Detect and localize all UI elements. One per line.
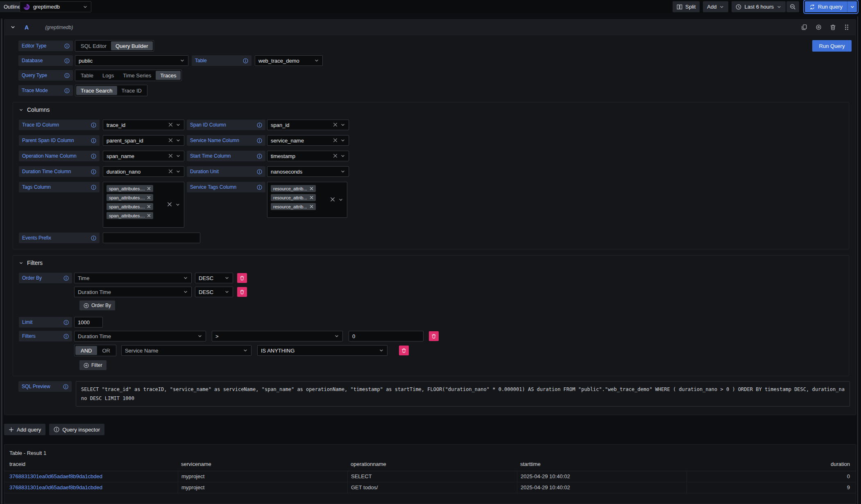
editor-type-option-sql-editor[interactable]: SQL Editor	[76, 41, 111, 50]
remove-filter-button[interactable]	[399, 346, 409, 355]
filter-field-select[interactable]: Service Name	[121, 345, 252, 356]
duration-unit-select[interactable]: nanoseconds	[267, 166, 349, 177]
info-icon[interactable]	[63, 276, 69, 281]
remove-filter-button[interactable]	[429, 331, 439, 341]
order-by-field-select[interactable]: Time	[74, 273, 192, 283]
info-icon[interactable]	[91, 138, 96, 143]
tag-chip[interactable]: span_attributes....	[106, 185, 153, 192]
filter-field-select[interactable]: Duration Time	[74, 331, 206, 341]
filter-value-input[interactable]	[349, 331, 424, 341]
zoom-out-time-button[interactable]	[786, 1, 799, 12]
run-query-button[interactable]: Run query	[805, 1, 847, 12]
service-tag-chip[interactable]: resource_attrib...	[271, 185, 316, 192]
run-query-inner-button[interactable]: Run Query	[812, 40, 852, 52]
add-order-by-button[interactable]: Order By	[79, 301, 115, 310]
info-icon[interactable]	[91, 154, 96, 159]
logic-option-and[interactable]: AND	[75, 346, 97, 355]
columns-section-header[interactable]: Columns	[19, 106, 843, 113]
query-type-option-logs[interactable]: Logs	[98, 71, 118, 80]
trace-mode-option-trace-search[interactable]: Trace Search	[76, 86, 117, 95]
clear-x-icon[interactable]	[168, 169, 173, 175]
left-scrollbar[interactable]	[1, 18, 2, 504]
parent-span-id-column-select[interactable]: parent_span_id	[103, 135, 184, 146]
remove-chip-x-icon[interactable]	[310, 196, 313, 199]
duration-time-column-select[interactable]: duration_nano	[103, 166, 184, 177]
info-icon[interactable]	[91, 122, 96, 128]
clear-x-icon[interactable]	[333, 138, 338, 144]
column-header-operationname[interactable]: operationname	[347, 461, 517, 471]
info-icon[interactable]	[243, 58, 248, 63]
remove-chip-x-icon[interactable]	[147, 196, 151, 199]
split-button[interactable]: Split	[673, 1, 700, 12]
info-icon[interactable]	[257, 185, 262, 190]
info-icon[interactable]	[63, 334, 69, 339]
filter-operator-select[interactable]: >	[212, 331, 343, 341]
drag-handle-icon[interactable]	[844, 24, 849, 30]
info-icon[interactable]	[64, 58, 70, 63]
query-type-option-time-series[interactable]: Time Series	[118, 71, 156, 80]
service-tag-chip[interactable]: resource_attrib...	[271, 203, 316, 210]
trace-id-column-select[interactable]: trace_id	[103, 120, 184, 130]
query-type-option-traces[interactable]: Traces	[156, 71, 181, 80]
remove-chip-x-icon[interactable]	[310, 187, 313, 190]
traceid-link[interactable]: 3768831301ea0d65adaef8b9da1cbded	[5, 471, 178, 482]
clear-x-icon[interactable]	[168, 138, 173, 144]
clear-x-icon[interactable]	[168, 122, 173, 128]
order-by-direction-select[interactable]: DESC	[195, 273, 233, 283]
column-header-traceid[interactable]: traceid	[5, 461, 178, 471]
service-tag-chip[interactable]: resource_attrib...	[271, 194, 316, 201]
filters-section-header[interactable]: Filters	[19, 260, 843, 266]
info-icon[interactable]	[91, 169, 96, 174]
tag-chip[interactable]: span_attributes....	[106, 194, 153, 201]
add-button[interactable]: Add	[703, 1, 728, 12]
table-select[interactable]: web_trace_demo	[255, 55, 323, 66]
filter-operator-select[interactable]: IS ANYTHING	[257, 345, 387, 356]
run-query-dropdown-button[interactable]	[847, 1, 857, 12]
column-header-duration[interactable]: duration	[687, 461, 856, 471]
time-range-button[interactable]: Last 6 hours	[732, 1, 786, 12]
span-id-column-select[interactable]: span_id	[267, 120, 349, 130]
collapse-chevron-icon[interactable]	[10, 25, 16, 30]
operation-name-column-select[interactable]: span_name	[103, 151, 184, 161]
remove-chip-x-icon[interactable]	[147, 187, 151, 190]
add-query-button[interactable]: Add query	[4, 424, 45, 435]
datasource-picker[interactable]: greptimedb	[20, 1, 91, 12]
clear-all-x-icon[interactable]	[167, 201, 172, 208]
clear-x-icon[interactable]	[333, 122, 338, 128]
info-icon[interactable]	[91, 235, 96, 241]
start-time-column-select[interactable]: timestamp	[267, 151, 349, 161]
info-icon[interactable]	[64, 43, 70, 49]
events-prefix-input[interactable]	[103, 233, 200, 243]
info-icon[interactable]	[63, 320, 69, 325]
editor-type-option-query-builder[interactable]: Query Builder	[111, 41, 152, 50]
info-icon[interactable]	[257, 122, 262, 128]
remove-chip-x-icon[interactable]	[147, 205, 151, 208]
order-by-direction-select[interactable]: DESC	[195, 287, 233, 297]
info-icon[interactable]	[64, 88, 70, 93]
tag-chip[interactable]: span_attributes....	[106, 203, 153, 210]
column-header-servicename[interactable]: servicename	[178, 461, 347, 471]
traceid-link[interactable]: 3768831301ea0d65adaef8b9da1cbded	[5, 482, 178, 493]
database-select[interactable]: public	[75, 55, 188, 66]
clear-all-x-icon[interactable]	[330, 196, 335, 203]
clear-x-icon[interactable]	[168, 153, 173, 159]
remove-order-by-button[interactable]	[237, 287, 247, 297]
tag-chip[interactable]: span_attributes....	[106, 212, 153, 219]
add-filter-button[interactable]: Filter	[79, 360, 106, 370]
service-tags-column-multiselect[interactable]: resource_attrib... resource_attrib... re…	[267, 182, 347, 218]
info-icon[interactable]	[257, 138, 262, 143]
clear-x-icon[interactable]	[333, 153, 338, 159]
limit-input[interactable]	[74, 317, 103, 328]
service-name-column-select[interactable]: service_name	[267, 135, 349, 146]
disable-query-eye-icon[interactable]	[816, 24, 822, 30]
pane-divider[interactable]	[857, 16, 858, 504]
query-type-option-table[interactable]: Table	[76, 71, 98, 80]
info-icon[interactable]	[257, 169, 262, 174]
remove-chip-x-icon[interactable]	[147, 214, 151, 217]
delete-query-trash-icon[interactable]	[830, 24, 836, 30]
logic-option-or[interactable]: OR	[97, 346, 115, 355]
info-icon[interactable]	[64, 73, 70, 78]
duplicate-query-button[interactable]	[801, 24, 807, 30]
query-inspector-button[interactable]: Query inspector	[49, 424, 104, 435]
trace-mode-option-trace-id[interactable]: Trace ID	[117, 86, 146, 95]
